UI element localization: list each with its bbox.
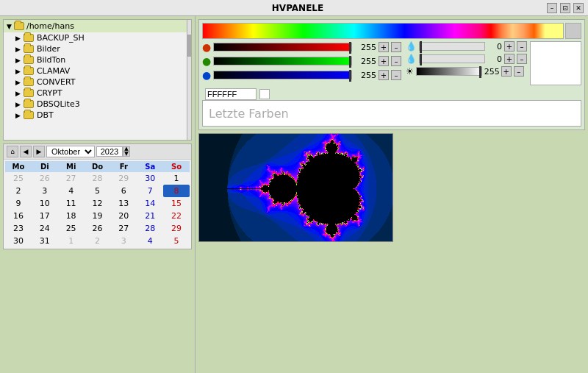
cal-cell[interactable]: 27 (110, 222, 137, 235)
right-row2: 💧 0 + – (406, 54, 527, 64)
right-track1[interactable] (419, 42, 485, 51)
cal-next-btn[interactable]: ▶ (33, 146, 45, 157)
tree-item-label: BACKUP_SH (37, 33, 85, 43)
folder-icon (24, 67, 34, 75)
cal-cell[interactable]: 18 (58, 210, 85, 222)
cal-cell[interactable]: 4 (58, 185, 85, 197)
sliders-area: ● 255 + – ● 255 (202, 41, 581, 85)
right1-plus-btn[interactable]: + (504, 41, 514, 51)
minimize-button[interactable]: – (547, 3, 557, 13)
tree-item-dbt[interactable]: ▶DBT (4, 110, 191, 121)
cal-cell[interactable]: 29 (110, 172, 137, 185)
cal-cell[interactable]: 14 (137, 197, 163, 210)
tree-item-clamav[interactable]: ▶CLAMAV (4, 65, 191, 77)
cal-cell[interactable]: 30 (5, 235, 32, 247)
cal-cell[interactable]: 20 (110, 210, 137, 222)
cal-cell[interactable]: 27 (58, 172, 85, 185)
cal-cell[interactable]: 10 (32, 197, 58, 210)
blue-slider-track[interactable] (213, 71, 352, 79)
cal-cell[interactable]: 17 (32, 210, 58, 222)
tree-item-bildton[interactable]: ▶BildTon (4, 54, 191, 65)
cal-cell[interactable]: 11 (58, 197, 85, 210)
right-track3[interactable] (416, 67, 482, 76)
cal-year-input[interactable] (96, 146, 123, 157)
cal-cell[interactable]: 19 (85, 210, 111, 222)
red-dot-icon: ● (202, 41, 211, 53)
scrollbar-thumb-top[interactable] (187, 35, 192, 57)
blue-plus-btn[interactable]: + (379, 70, 389, 80)
cal-cell[interactable]: 13 (110, 197, 137, 210)
cal-cell[interactable]: 8 (163, 185, 190, 197)
cal-cell[interactable]: 3 (32, 185, 58, 197)
cal-cell[interactable]: 21 (137, 210, 163, 222)
tree-item-backup_sh[interactable]: ▶BACKUP_SH (4, 32, 191, 43)
cal-month-select[interactable]: Oktober (46, 146, 95, 157)
cal-cell[interactable]: 30 (137, 172, 163, 185)
cal-cell[interactable]: 15 (163, 197, 190, 210)
red-slider-thumb (349, 42, 351, 54)
cal-week-3: 16171819202122 (5, 210, 190, 222)
cal-cell[interactable]: 29 (163, 222, 190, 235)
red-plus-btn[interactable]: + (379, 42, 389, 52)
cal-cell[interactable]: 24 (32, 222, 58, 235)
green-minus-btn[interactable]: – (391, 56, 401, 66)
cal-cell[interactable]: 2 (5, 185, 32, 197)
maximize-button[interactable]: ⊡ (560, 3, 570, 13)
right3-minus-btn[interactable]: – (514, 66, 524, 77)
right-track2[interactable] (419, 54, 485, 63)
spectrum-neutral[interactable] (565, 23, 581, 39)
red-minus-btn[interactable]: – (391, 42, 401, 52)
cal-cell[interactable]: 4 (137, 235, 163, 247)
right3-plus-btn[interactable]: + (501, 66, 512, 77)
green-plus-btn[interactable]: + (379, 56, 389, 66)
cal-cell[interactable]: 5 (85, 185, 111, 197)
cal-cell[interactable]: 31 (32, 235, 58, 247)
green-dot-icon: ● (202, 55, 211, 67)
cal-cell[interactable]: 5 (163, 235, 190, 247)
tree-chevron: ▶ (15, 101, 21, 108)
cal-week-4: 23242526272829 (5, 222, 190, 235)
blue-slider-row: ● 255 + – (202, 69, 401, 81)
cal-cell[interactable]: 23 (5, 222, 32, 235)
right2-plus-btn[interactable]: + (504, 54, 514, 64)
cal-cell[interactable]: 1 (58, 235, 85, 247)
tree-item-dbsqlite3[interactable]: ▶DBSQLite3 (4, 99, 191, 110)
cal-home-btn[interactable]: ⌂ (7, 146, 18, 157)
file-tree-top: ▼ /home/hans ▶BACKUP_SH▶Bilder▶BildTon▶C… (3, 19, 192, 141)
cal-cell[interactable]: 25 (58, 222, 85, 235)
cal-year-arrows: ▲ ▼ (123, 146, 130, 157)
cal-year-down[interactable]: ▼ (123, 152, 130, 157)
cal-cell[interactable]: 3 (110, 235, 137, 247)
scrollbar-top[interactable] (187, 20, 191, 140)
cal-cell[interactable]: 26 (85, 222, 111, 235)
green-slider-row: ● 255 + – (202, 55, 401, 67)
tree-item-convert[interactable]: ▶CONVERT (4, 77, 191, 88)
cal-cell[interactable]: 22 (163, 210, 190, 222)
red-slider-track[interactable] (213, 43, 352, 51)
cal-cell[interactable]: 7 (137, 185, 163, 197)
cal-cell[interactable]: 16 (5, 210, 32, 222)
right2-minus-btn[interactable]: – (517, 54, 527, 64)
cal-cell[interactable]: 6 (110, 185, 137, 197)
right1-minus-btn[interactable]: – (517, 41, 527, 51)
hex-input[interactable] (205, 88, 257, 100)
cal-prev-btn[interactable]: ◀ (20, 146, 32, 157)
cal-cell[interactable]: 9 (5, 197, 32, 210)
tree-item-crypt[interactable]: ▶CRYPT (4, 88, 191, 99)
tree-root-top[interactable]: ▼ /home/hans (4, 20, 191, 32)
blue-minus-btn[interactable]: – (391, 70, 401, 80)
cal-cell[interactable]: 28 (137, 222, 163, 235)
cal-cell[interactable]: 1 (163, 172, 190, 185)
cal-cell[interactable]: 2 (85, 235, 111, 247)
green-slider-track[interactable] (213, 57, 352, 65)
spectrum-bar[interactable] (202, 23, 564, 39)
cal-cell[interactable]: 26 (32, 172, 58, 185)
cal-cell[interactable]: 25 (5, 172, 32, 185)
hex-color-swatch[interactable] (259, 89, 270, 99)
cal-cell[interactable]: 12 (85, 197, 111, 210)
cal-cell[interactable]: 28 (85, 172, 111, 185)
blue-slider-value: 255 (354, 71, 376, 80)
right-panel: ● 255 + – ● 255 (196, 16, 588, 373)
close-button[interactable]: ✕ (573, 3, 584, 13)
tree-item-bilder[interactable]: ▶Bilder (4, 43, 191, 54)
